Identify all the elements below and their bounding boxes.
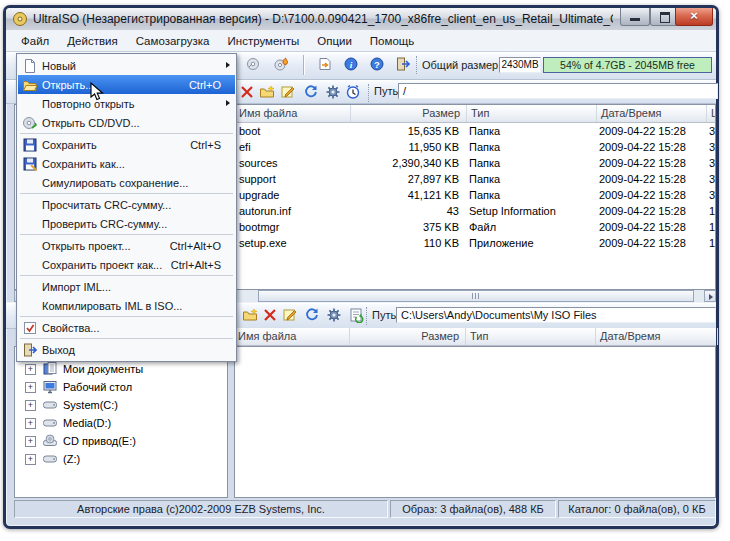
menu-item-simulate-save[interactable]: Симулировать сохранение...: [18, 173, 235, 192]
clock-icon[interactable]: [343, 83, 363, 103]
local-column-header-datetime[interactable]: Дата/Время: [596, 328, 718, 345]
expand-button[interactable]: [25, 382, 36, 393]
menubar-item-options[interactable]: Опции: [308, 31, 361, 51]
menu-item-label: Открыть...: [42, 79, 94, 91]
close-button[interactable]: ×: [675, 8, 713, 26]
column-header-name[interactable]: Имя файла: [235, 105, 351, 122]
refresh-list-icon[interactable]: [346, 306, 366, 326]
menu-item-exit[interactable]: Выход: [18, 340, 235, 359]
refresh-icon[interactable]: [302, 306, 322, 326]
tree-item-label: Рабочий стол: [63, 381, 132, 393]
tree-item-cd-drive-e[interactable]: CD привод(E:): [15, 432, 227, 450]
menu-item-label: Выход: [42, 344, 75, 356]
local-tree-pane[interactable]: Мои документыРабочий столSystem(C:)Media…: [14, 346, 228, 498]
tree-item-drive-z[interactable]: (Z:): [15, 450, 227, 468]
file-menu-dropdown: НовыйОткрыть...Ctrl+OПовторно открытьОтк…: [16, 53, 237, 362]
menubar-item-actions[interactable]: Действия: [58, 31, 126, 51]
menu-item-save[interactable]: СохранитьCtrl+S: [18, 135, 235, 154]
table-row[interactable]: autorun.inf43Setup Information2009-04-22…: [235, 203, 715, 219]
menu-item-label: Компилировать IML в ISO...: [42, 300, 182, 312]
menubar-item-file[interactable]: Файл: [12, 31, 58, 51]
title-bar[interactable]: UltraISO (Незарегистрированная версия) -…: [6, 8, 716, 31]
scroll-thumb[interactable]: [258, 290, 694, 302]
delete-icon[interactable]: [237, 83, 257, 103]
local-column-header-type[interactable]: Тип: [466, 328, 596, 345]
menu-icon-slot: [18, 257, 42, 273]
menu-item-save-as[interactable]: Сохранить как...: [18, 154, 235, 173]
menu-item-calc-crc[interactable]: Просчитать CRC-сумму...: [18, 195, 235, 214]
help-icon[interactable]: ?: [367, 55, 387, 75]
burn-cd-icon[interactable]: [271, 55, 291, 75]
table-row[interactable]: bootmgr375 KBФайл2009-04-22 15:281: [235, 219, 715, 235]
expand-button[interactable]: [25, 400, 36, 411]
menu-item-import-iml[interactable]: Импорт IML...: [18, 277, 235, 296]
cell-type: Setup Information: [465, 203, 595, 219]
delete-icon[interactable]: [260, 306, 280, 326]
column-header-datetime[interactable]: Дата/Время: [597, 105, 707, 122]
rename-icon[interactable]: [280, 306, 300, 326]
new-folder-icon[interactable]: [240, 306, 260, 326]
column-header-lba[interactable]: LBA: [707, 105, 716, 122]
column-header-size[interactable]: Размер: [351, 105, 467, 122]
tree-item-drive-d[interactable]: Media(D:): [15, 414, 227, 432]
rename-icon[interactable]: [278, 83, 298, 103]
local-column-header-size[interactable]: Размер: [350, 328, 466, 345]
cell-name: sources: [235, 155, 351, 171]
menu-item-compile-iml[interactable]: Компилировать IML в ISO...: [18, 296, 235, 315]
menu-item-open-project[interactable]: Открыть проект...Ctrl+Alt+O: [18, 236, 235, 255]
menu-item-save-project-as[interactable]: Сохранить проект как...Ctrl+Alt+S: [18, 255, 235, 274]
iso-list-header: Имя файлаРазмерТипДата/ВремяLBA: [235, 105, 715, 123]
menubar-item-help[interactable]: Помощь: [361, 31, 423, 51]
toolbar-separator: [366, 307, 367, 325]
menu-item-reopen[interactable]: Повторно открыть: [18, 94, 235, 113]
gear-icon[interactable]: [324, 306, 344, 326]
cell-lba: 3: [705, 171, 716, 187]
extract-files-icon[interactable]: [243, 55, 263, 75]
table-row[interactable]: efi11,950 KBПапка2009-04-22 15:283: [235, 139, 715, 155]
local-file-list[interactable]: [234, 346, 716, 498]
capacity-progress-bar: 54% of 4.7GB - 2045MB free: [543, 57, 712, 73]
new-folder-icon[interactable]: [257, 83, 277, 103]
table-row[interactable]: support27,897 KBПапка2009-04-22 15:283: [235, 171, 715, 187]
cell-size: 375 KB: [351, 219, 465, 235]
expand-button[interactable]: [25, 418, 36, 429]
menu-item-open-cd[interactable]: Открыть CD/DVD...: [18, 113, 235, 132]
drive-icon: [42, 415, 58, 431]
iso-path-field[interactable]: /: [398, 83, 718, 99]
info-icon[interactable]: i: [341, 55, 361, 75]
menubar-item-tools[interactable]: Инструменты: [219, 31, 309, 51]
table-row[interactable]: upgrade41,121 KBПапка2009-04-22 15:283: [235, 187, 715, 203]
cell-name: boot: [235, 123, 351, 139]
gear-icon[interactable]: [323, 83, 343, 103]
exit-door-icon[interactable]: [393, 55, 413, 75]
mount-virtual-drive-icon[interactable]: [315, 55, 335, 75]
cell-name: upgrade: [235, 187, 351, 203]
iso-file-list[interactable]: Имя файлаРазмерТипДата/ВремяLBA boot15,6…: [234, 104, 716, 290]
menu-item-open[interactable]: Открыть...Ctrl+O: [18, 75, 235, 94]
tree-item-drive-c[interactable]: System(C:): [15, 396, 227, 414]
screen: UltraISO (Незарегистрированная версия) -…: [0, 0, 730, 541]
tree-item-desktop[interactable]: Рабочий стол: [15, 378, 227, 396]
expand-button[interactable]: [25, 436, 36, 447]
local-path-field[interactable]: C:\Users\Andy\Documents\My ISO Files: [396, 307, 716, 323]
menu-item-new[interactable]: Новый: [18, 56, 235, 75]
column-header-type[interactable]: Тип: [467, 105, 597, 122]
menubar-item-bootable[interactable]: Самозагрузка: [127, 31, 219, 51]
tree-item-my-documents[interactable]: Мои документы: [15, 360, 227, 378]
table-row[interactable]: setup.exe110 KBПриложение2009-04-22 15:2…: [235, 235, 715, 251]
menu-icon-slot: [18, 238, 42, 254]
table-row[interactable]: boot15,635 KBПапка2009-04-22 15:283: [235, 123, 715, 139]
menu-item-properties[interactable]: Свойства...: [18, 318, 235, 337]
expand-button[interactable]: [25, 364, 36, 375]
menu-separator: [20, 234, 233, 235]
status-image-info: Образ: 3 файла(ов), 488 КБ: [390, 500, 556, 518]
menu-item-shortcut: Ctrl+Alt+O: [170, 240, 235, 252]
svg-text:?: ?: [374, 59, 380, 70]
refresh-icon[interactable]: [301, 83, 321, 103]
local-column-header-name[interactable]: Имя файла: [234, 328, 350, 345]
menu-item-check-crc[interactable]: Проверить CRC-сумму...: [18, 214, 235, 233]
expand-button[interactable]: [25, 454, 36, 465]
minimize-button[interactable]: [620, 8, 650, 26]
table-row[interactable]: sources2,390,340 KBПапка2009-04-22 15:28…: [235, 155, 715, 171]
scroll-right-button[interactable]: [704, 290, 716, 302]
